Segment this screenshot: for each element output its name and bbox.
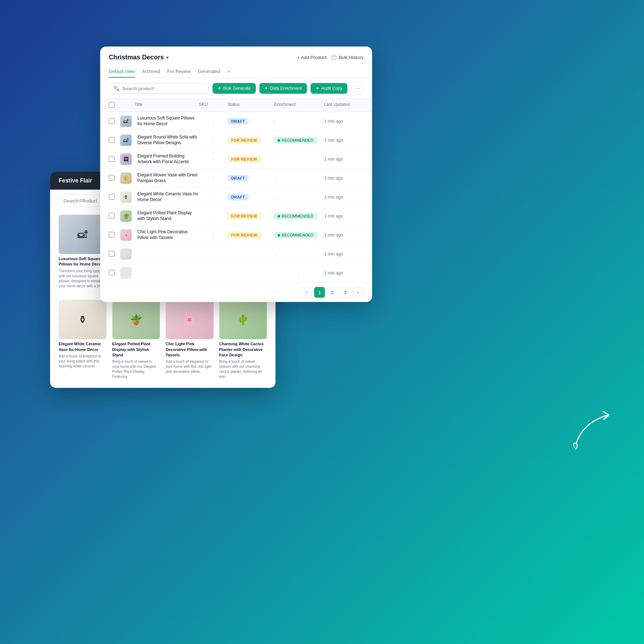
table-header: Title SKU Status Enrichment Last Updated <box>100 99 372 112</box>
product-card[interactable]: 🌸 Chic Light Pink Decorative Pillow with… <box>163 297 216 382</box>
product-thumbnail: 🛋 <box>120 135 132 146</box>
product-card-image: 🛋 <box>59 215 107 254</box>
product-card[interactable]: 🌵 Charming White Cactus Planter with Dec… <box>216 297 270 382</box>
col-status: Status <box>228 102 274 109</box>
product-image-emoji: ⚱ <box>78 314 87 326</box>
product-image-emoji: 🌸 <box>183 314 196 326</box>
select-all-checkbox[interactable] <box>109 102 114 108</box>
status-badge: FOR REVIEW <box>228 232 261 238</box>
thumb-emoji: ⚱ <box>120 191 132 203</box>
product-card[interactable]: 🪴 Elegant Potted Plant Display with Styl… <box>109 297 163 382</box>
thumb-emoji: 🛋 <box>120 135 132 146</box>
row-checkbox[interactable] <box>109 251 114 257</box>
product-sku: - <box>199 119 228 124</box>
arrow-decoration <box>565 401 623 458</box>
product-status: FOR REVIEW <box>228 137 274 143</box>
enrichment-badge: RECOMMENDED <box>274 213 317 219</box>
product-thumbnail: 🌸 <box>120 229 132 241</box>
table-row: ⚱ Elegant White Ceramic Vase for Home Dé… <box>100 188 372 207</box>
ellipsis-icon: ··· <box>355 85 360 92</box>
tab-default-view[interactable]: Default View <box>109 66 135 78</box>
enrichment-dash: - <box>274 252 275 257</box>
table-row: - 1 min ago <box>100 245 372 264</box>
product-search-input[interactable] <box>122 86 204 91</box>
more-options-button[interactable]: ··· <box>351 82 364 94</box>
tab-archived[interactable]: Archived <box>142 66 160 78</box>
product-image-emoji: 🪴 <box>130 314 142 326</box>
status-badge: DRAFT <box>228 194 249 200</box>
row-checkbox[interactable] <box>109 270 114 275</box>
prev-page-button[interactable]: ‹ <box>301 287 312 298</box>
row-checkbox[interactable] <box>109 156 114 162</box>
product-card-image: 🪴 <box>112 300 160 339</box>
admin-tabs: Default View Archived For Review Generat… <box>109 65 364 78</box>
product-thumbnail <box>120 248 132 260</box>
tab-for-review[interactable]: For Review <box>167 66 191 78</box>
product-last-updated: 1 min ago <box>324 214 364 219</box>
product-last-updated: 1 min ago <box>324 138 364 143</box>
next-page-button[interactable]: › <box>353 287 364 298</box>
admin-header: Christmas Decors ▾ + Add Product 🕐 Bulk … <box>100 47 372 78</box>
product-sku: - <box>199 157 228 162</box>
data-enrichment-button[interactable]: ✦ Data Enrichment <box>259 83 307 94</box>
product-enrichment: - <box>274 157 324 162</box>
product-title: Luxurious Soft Square Pillows for Home D… <box>135 116 199 127</box>
product-image-emoji: 🛋 <box>78 229 88 240</box>
title-dropdown-icon[interactable]: ▾ <box>166 55 169 60</box>
audit-copy-button[interactable]: ✦ Audit Copy <box>311 83 347 94</box>
product-thumbnail: 🪴 <box>120 210 132 222</box>
row-checkbox[interactable] <box>109 232 114 238</box>
product-status: DRAFT <box>228 175 274 181</box>
product-sku: - <box>199 176 228 181</box>
enrichment-dash: - <box>274 195 275 200</box>
row-checkbox[interactable] <box>109 137 114 143</box>
product-status: FOR REVIEW <box>228 213 274 219</box>
col-title: Title <box>135 102 199 109</box>
page-1-button[interactable]: 1 <box>314 287 325 298</box>
tab-generated[interactable]: Generated <box>198 66 220 78</box>
bulk-history-button[interactable]: 🕐 Bulk History <box>331 55 364 60</box>
pagination: ‹ 1 2 3 › <box>100 283 372 302</box>
product-status: DRAFT <box>228 194 274 200</box>
product-enrichment: - <box>274 195 324 200</box>
row-checkbox[interactable] <box>109 213 114 219</box>
clock-icon: 🕐 <box>331 55 337 60</box>
product-status: FOR REVIEW <box>228 232 274 238</box>
product-card-title: Luxurious Soft Square Pillows for Home D… <box>59 256 107 267</box>
product-title: Elegant Woven Vase with Dried Pampas Gra… <box>135 172 199 184</box>
enrichment-dot <box>278 215 280 218</box>
table-row: 🛋 Luxurious Soft Square Pillows for Home… <box>100 112 372 131</box>
product-last-updated: 1 min ago <box>324 252 364 257</box>
product-card-title: Elegant Potted Plant Display with Stylis… <box>112 341 160 358</box>
col-sku: SKU <box>199 102 228 109</box>
admin-header-actions: + Add Product 🕐 Bulk History <box>297 55 364 60</box>
product-card-image: ⚱ <box>59 300 107 339</box>
page-2-button[interactable]: 2 <box>327 287 338 298</box>
product-last-updated: 1 min ago <box>324 233 364 238</box>
add-tab-button[interactable]: + <box>227 65 230 78</box>
product-enrichment: - <box>274 252 324 257</box>
product-card-title: Charming White Cactus Planter with Decor… <box>219 341 267 358</box>
product-enrichment: - <box>274 176 324 181</box>
product-card-title: Elegant White Ceramic Vase for Home Déco… <box>59 341 107 352</box>
bulk-generate-button[interactable]: ✦ Bulk Generate <box>213 83 256 94</box>
product-thumbnail <box>120 267 132 279</box>
thumb-emoji <box>120 248 132 260</box>
product-title: Elegant Framed Building Artwork with Flo… <box>135 153 199 165</box>
status-badge: FOR REVIEW <box>228 213 261 219</box>
product-card[interactable]: ⚱ Elegant White Ceramic Vase for Home Dé… <box>56 297 109 382</box>
product-card-description: Bring a touch of nature to your home wit… <box>112 359 160 379</box>
product-title: Elegant Potted Plant Display with Stylis… <box>135 210 199 221</box>
add-product-button[interactable]: + Add Product <box>297 55 327 60</box>
product-enrichment: RECOMMENDED <box>274 213 324 219</box>
product-sku: - <box>199 233 228 238</box>
thumb-emoji: 🪴 <box>120 210 132 222</box>
product-title: Chic Light Pink Decorative Pillow with T… <box>135 229 199 240</box>
page-3-button[interactable]: 3 <box>340 287 351 298</box>
table-row: 🌸 Chic Light Pink Decorative Pillow with… <box>100 226 372 245</box>
row-checkbox[interactable] <box>109 118 114 124</box>
row-checkbox[interactable] <box>109 175 114 181</box>
audit-icon: ✦ <box>316 86 319 91</box>
row-checkbox[interactable] <box>109 194 114 200</box>
product-last-updated: 1 min ago <box>324 270 364 275</box>
